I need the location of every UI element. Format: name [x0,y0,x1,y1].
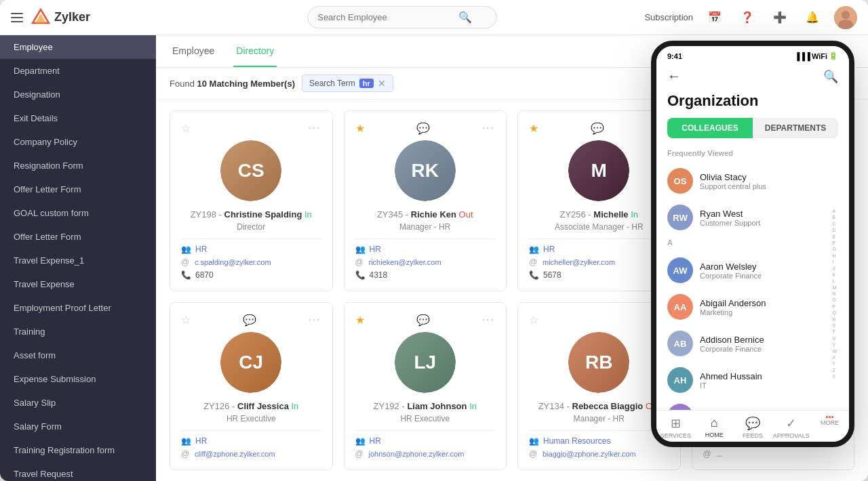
tag-close-button[interactable]: ✕ [378,78,386,89]
alphabet-letter-L[interactable]: L [832,278,837,284]
sidebar-item-offer-letter-form[interactable]: Offer Letter Form [0,177,156,201]
alphabet-letter-S[interactable]: S [832,323,837,329]
mobile-nav-home[interactable]: ⌂HOME [695,416,734,439]
alphabet-letter-N[interactable]: N [832,291,837,297]
email-link[interactable]: richieken@zylker.com [369,258,441,266]
chat-icon[interactable]: 💬 [416,314,430,327]
sidebar-item-resignation-form[interactable]: Resignation Form [0,154,156,177]
alphabet-letter-W[interactable]: W [832,349,837,354]
email-link[interactable]: johnson@zphone.zylker.com [369,450,465,458]
sidebar-item-goal-custom-form[interactable]: GOAL custom form [0,201,156,225]
card-menu-button[interactable]: ··· [308,122,321,134]
mobile-contact-item[interactable]: RW Ryan West Customer Support [656,199,849,236]
chat-icon[interactable]: 💬 [416,122,430,135]
star-button[interactable]: ★ [355,314,365,327]
sidebar-item-company-policy[interactable]: Company Policy [0,130,156,154]
search-input[interactable] [317,12,453,22]
alphabet-letter-Q[interactable]: Q [832,310,837,316]
mobile-contact-item[interactable]: OS Olivia Stacy Support central plus [656,163,849,199]
dept-link[interactable]: HR [195,245,207,254]
email-link[interactable]: c.spalding@zylker.com [195,258,271,266]
hamburger-icon[interactable] [11,13,23,22]
alphabet-letter-X[interactable]: X [832,355,837,360]
alphabet-letter-H[interactable]: H [832,253,837,259]
dept-link[interactable]: HR [370,245,381,254]
sidebar-item-travel-expense[interactable]: Travel Expense [0,272,156,296]
alphabet-letter-R[interactable]: R [832,317,837,322]
search-icon[interactable]: 🔍 [458,11,472,24]
alphabet-letter-J[interactable]: J [832,266,837,272]
alphabet-letter-A[interactable]: A [832,209,837,214]
mobile-contact-item[interactable]: AA Abigail Anderson Marketing [656,289,849,325]
mobile-contact-item[interactable]: AB Addison Bernice Corporate Finance [656,325,849,362]
email-link[interactable]: micheller@zylker.com [542,258,615,266]
sidebar-item-exit-details[interactable]: Exit Details [0,106,156,130]
sidebar-item-travel-expense_1[interactable]: Travel Expense_1 [0,249,156,272]
alphabet-letter-V[interactable]: V [832,342,837,348]
dept-link[interactable]: HR [370,436,381,446]
mobile-contact-item[interactable]: AL Albert Audrey Corporate Finance [656,398,849,410]
sidebar-item-salary-slip[interactable]: Salary Slip [0,391,156,415]
dept-link[interactable]: HR [195,436,207,446]
mobile-contact-item[interactable]: AW Aaron Welsley Corporate Finance [656,252,849,289]
alphabet-letter-K[interactable]: K [832,272,837,278]
star-button[interactable]: ☆ [181,314,191,327]
alphabet-letter-Y[interactable]: Y [832,361,837,367]
email-link[interactable]: cliff@zphone.zylker.com [195,450,275,458]
sidebar-item-salary-form[interactable]: Salary Form [0,415,156,438]
chat-icon[interactable]: 💬 [591,122,604,135]
sidebar-item-employee[interactable]: Employee [0,35,156,59]
chat-icon[interactable]: 💬 [243,314,256,327]
sidebar-item-asset-form[interactable]: Asset form [0,343,156,367]
alphabet-letter-U[interactable]: U [832,336,837,341]
alphabet-letter-P[interactable]: P [832,304,837,310]
alphabet-bar[interactable]: ABCDEFGHIJKLMNOPQRSTUVWXYZ# [832,209,837,380]
star-button[interactable]: ★ [355,122,365,135]
alphabet-letter-B[interactable]: B [832,215,837,220]
sidebar-item-offer-letter-form[interactable]: Offer Letter Form [0,225,156,249]
mobile-back-button[interactable]: ← [667,68,681,84]
sidebar-item-designation[interactable]: Designation [0,83,156,106]
user-avatar[interactable] [834,6,857,29]
tab-employee[interactable]: Employee [170,36,217,67]
sidebar-item-department[interactable]: Department [0,59,156,83]
alphabet-letter-I[interactable]: I [832,259,837,265]
card-menu-button[interactable]: ··· [482,314,495,326]
star-button[interactable]: ☆ [181,122,191,135]
mobile-search-button[interactable]: 🔍 [823,69,838,84]
dept-link[interactable]: HR [543,245,555,254]
dept-link[interactable]: Human Resources [543,436,610,446]
card-menu-button[interactable]: ··· [482,122,495,134]
email-link[interactable]: ... [717,450,723,458]
sidebar-item-expense-submission[interactable]: Expense Submission [0,367,156,391]
calendar-icon[interactable]: 📅 [704,7,726,28]
mobile-nav-feeds[interactable]: 💬FEEDS [734,416,772,439]
sidebar-item-employment-proof-letter[interactable]: Employment Proof Letter [0,296,156,320]
sidebar-item-training[interactable]: Training [0,320,156,343]
alphabet-letter-O[interactable]: O [832,297,837,303]
alphabet-letter-E[interactable]: E [832,234,837,240]
alphabet-letter-T[interactable]: T [832,329,837,335]
mobile-tab-colleagues[interactable]: COLLEAGUES [667,118,753,138]
alphabet-letter-M[interactable]: M [832,285,837,291]
alphabet-letter-Z[interactable]: Z [832,368,837,373]
mobile-contact-item[interactable]: AH Ahmed Hussain IT [656,362,849,398]
email-link[interactable]: biaggio@zphone.zylker.com [542,450,636,458]
help-icon[interactable]: ❓ [736,7,758,28]
star-button[interactable]: ★ [529,122,538,135]
sidebar-item-travel-request[interactable]: Travel Request [0,462,156,481]
sidebar-item-training-registration-form[interactable]: Training Registration form [0,438,156,462]
star-button[interactable]: ☆ [529,314,538,327]
tab-directory[interactable]: Directory [233,36,277,67]
alphabet-letter-D[interactable]: D [832,228,837,233]
mobile-nav-services[interactable]: ⊞SERVICES [656,416,695,439]
card-menu-button[interactable]: ··· [308,314,321,326]
mobile-tab-departments[interactable]: DEPARTMENTS [753,118,838,138]
alphabet-letter-C[interactable]: C [832,222,837,227]
add-icon[interactable]: ➕ [769,7,791,28]
notification-icon[interactable]: 🔔 [802,7,823,28]
alphabet-letter-G[interactable]: G [832,247,837,252]
mobile-nav-more[interactable]: MORE [810,416,849,439]
alphabet-letter-#[interactable]: # [832,374,837,379]
alphabet-letter-F[interactable]: F [832,240,837,246]
